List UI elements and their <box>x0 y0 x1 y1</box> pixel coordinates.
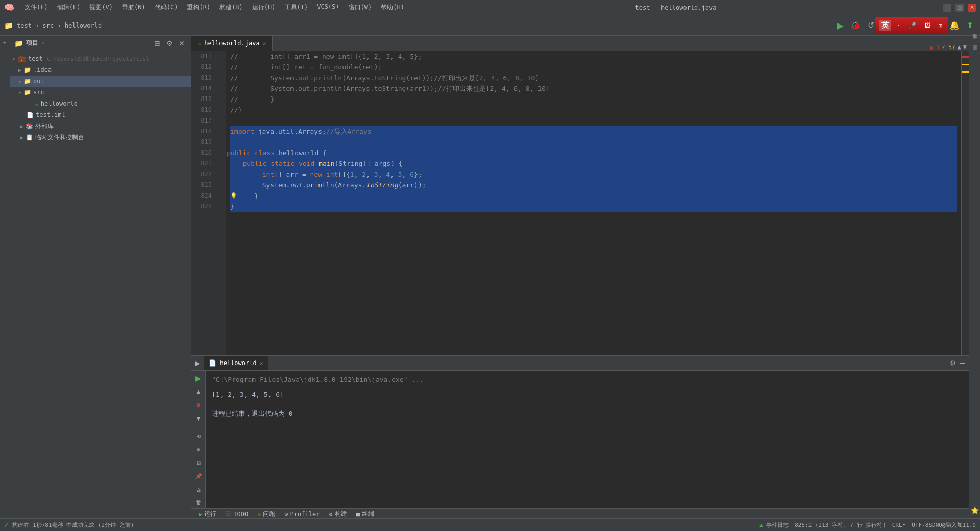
run-button[interactable]: ▶ <box>834 19 846 32</box>
build-toolbar-btn[interactable]: ⚙ 构建 <box>326 509 350 519</box>
scroll-up-console-btn[interactable]: ▲ <box>193 386 204 397</box>
project-title: 项目 <box>26 39 38 47</box>
tab-run[interactable]: 📄 helloworld ✕ <box>204 356 268 370</box>
console-clear-btn[interactable]: ⊟ <box>193 457 204 468</box>
menu-build[interactable]: 构建(B) <box>215 2 247 13</box>
run-tab-close[interactable]: ✕ <box>260 360 263 367</box>
ime-skin-btn[interactable]: 🖼 <box>922 21 933 30</box>
cm-812: // int[] ret = fun_double(ret); <box>230 62 382 73</box>
project-folder-icon: 📁 <box>14 39 23 47</box>
tree-item-helloworld[interactable]: ☕ helloworld <box>10 98 191 109</box>
wrap-btn[interactable]: ⟲ <box>193 430 204 442</box>
code-line-empty2 <box>230 223 957 233</box>
stop-process-btn[interactable]: ■ <box>193 399 204 411</box>
breadcrumb-test[interactable]: test <box>17 22 32 29</box>
menu-tools[interactable]: 工具(T) <box>281 2 312 13</box>
fn-main: main <box>318 158 334 169</box>
tree-item-src[interactable]: ▾ 📁 src <box>10 87 191 98</box>
notification-btn[interactable]: 🔔 <box>948 19 961 32</box>
problems-toolbar-btn[interactable]: ⚠ 问题 <box>254 509 278 519</box>
tab-close-btn[interactable]: ✕ <box>263 40 266 47</box>
status-encoding[interactable]: UTF-8SDNQ@融入加11.0 <box>912 521 976 529</box>
event-label: 事件日志 <box>766 522 789 528</box>
warning-mark <box>962 64 969 65</box>
comma3: , <box>378 169 386 180</box>
tree-item-out[interactable]: ▾ 📁 out <box>10 76 191 87</box>
gear-btn[interactable]: ⚙ <box>164 38 175 49</box>
sys-out-italic: out <box>290 180 302 190</box>
bulb-icon[interactable]: 💡 <box>230 190 237 201</box>
pin-btn[interactable]: 📌 <box>193 470 204 481</box>
tree-item-test-iml[interactable]: 📄 test.iml <box>10 109 191 120</box>
ime-tools-btn[interactable]: ⊞ <box>937 21 944 30</box>
run-play-btn[interactable]: ▶ <box>193 373 204 384</box>
right-scroll-gutter[interactable] <box>961 51 969 355</box>
menu-run[interactable]: 运行(U) <box>248 2 280 13</box>
menu-navigate[interactable]: 导航(N) <box>118 2 150 13</box>
breadcrumb-helloworld[interactable]: helloworld <box>65 22 102 29</box>
menu-view[interactable]: 视图(V) <box>85 2 117 13</box>
menu-help[interactable]: 帮助(H) <box>377 2 408 13</box>
app-logo: 🧠 <box>4 3 14 12</box>
ime-lang-btn[interactable]: 英 <box>879 20 891 31</box>
left-icon-1[interactable]: ▶ <box>1 38 10 47</box>
tree-item-idea[interactable]: ▶ 📁 .idea <box>10 64 191 76</box>
tree-item-test[interactable]: ▾ 💼 test C:\Users\白线\IdeaProjects\test <box>10 53 191 64</box>
status-linesep[interactable]: CRLF <box>892 522 906 528</box>
dropdown-icon[interactable]: ▾ <box>41 40 45 47</box>
breadcrumb-src[interactable]: src <box>43 22 54 29</box>
right-icon-star[interactable]: ⭐ <box>971 506 979 514</box>
window-controls: ─ □ ✕ <box>943 4 976 12</box>
line-813: 813 <box>194 73 214 83</box>
menu-code[interactable]: 代码(C) <box>151 2 182 13</box>
status-event-log[interactable]: ▲ 事件日志 <box>760 521 789 529</box>
code-editor[interactable]: 811 812 813 814 815 816 817 818 819 820 … <box>191 51 969 355</box>
brace-open: { <box>323 148 327 158</box>
minimize-button[interactable]: ─ <box>943 4 951 12</box>
status-position[interactable]: 825:2 (213 字符, 7 行 换行符) <box>795 521 886 529</box>
menu-window[interactable]: 窗口(W) <box>345 2 376 13</box>
scratch-icon: 📋 <box>26 134 33 141</box>
right-icon-2[interactable]: 收藏 <box>970 49 979 58</box>
right-icon-1[interactable]: 通知 <box>970 38 979 47</box>
terminal-toolbar-btn[interactable]: ■ 终端 <box>353 509 377 519</box>
maximize-button[interactable]: □ <box>955 4 964 12</box>
indent-821 <box>227 158 242 169</box>
close-button[interactable]: ✕ <box>968 4 976 12</box>
problems-label: 问题 <box>263 510 275 518</box>
scroll-down-btn[interactable]: ▼ <box>963 43 967 51</box>
tree-item-libs[interactable]: ▶ 📚 外部库 <box>10 120 191 132</box>
trash-btn[interactable]: 🗑 <box>193 497 204 508</box>
menu-file[interactable]: 文件(F) <box>20 2 52 13</box>
code-content[interactable]: // int[] arr1 = new int[]{1, 2, 3, 4, 5}… <box>226 51 961 355</box>
code-line-825: } <box>230 201 957 212</box>
num-1: 1 <box>350 169 354 180</box>
update-btn[interactable]: ⬆ <box>964 19 976 32</box>
tab-helloworld[interactable]: ☕ helloworld.java ✕ <box>191 36 273 51</box>
scroll-up-btn[interactable]: ▲ <box>958 43 961 51</box>
cm-814: // System.out.println(Arrays.toString(ar… <box>230 83 550 94</box>
tree-item-scratch[interactable]: ▶ 📋 临时文件和控制台 <box>10 132 191 143</box>
ime-voice-btn[interactable]: 🎤 <box>906 21 918 30</box>
debug-button[interactable]: 🐞 <box>849 19 862 32</box>
kw-public-821: public <box>243 158 271 169</box>
collapse-all-btn[interactable]: ⊟ <box>152 38 162 49</box>
scroll-down-console-btn[interactable]: ▼ <box>193 413 204 424</box>
filter-btn[interactable]: ≡ <box>193 444 204 455</box>
menu-vcs[interactable]: VCS(S) <box>313 2 343 13</box>
menu-refactor[interactable]: 重构(R) <box>183 2 214 13</box>
kw-void: void <box>299 158 318 169</box>
console-output-line: [1, 2, 3, 4, 5, 6] <box>212 390 963 400</box>
num-2: 2 <box>362 169 366 180</box>
bottom-settings-btn[interactable]: ⚙ <box>950 359 957 367</box>
code-line-824: 💡 } <box>230 190 957 201</box>
close-panel-btn[interactable]: ✕ <box>177 38 187 49</box>
tree-label-libs: 外部库 <box>35 122 54 131</box>
menu-edit[interactable]: 编辑(E) <box>53 2 85 13</box>
run-toolbar-btn[interactable]: ▶ 运行 <box>195 509 219 519</box>
ime-dot[interactable]: · <box>895 21 902 30</box>
todo-toolbar-btn[interactable]: ☰ TODO <box>223 510 251 519</box>
bottom-close-btn[interactable]: ─ <box>960 359 965 367</box>
profiler-toolbar-btn[interactable]: ⊙ Profiler <box>281 510 323 519</box>
print-btn[interactable]: 🖨 <box>193 484 204 495</box>
